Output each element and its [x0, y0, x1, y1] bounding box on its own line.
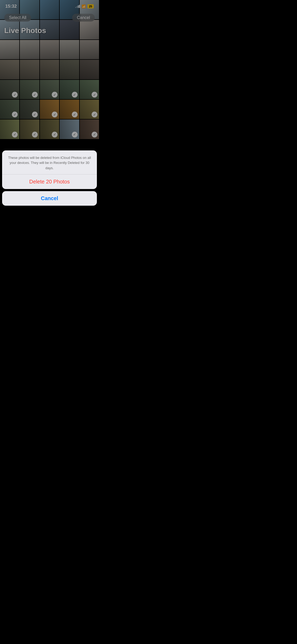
delete-photos-button[interactable]: Delete 20 Photos [2, 174, 97, 189]
action-sheet-cancel-button[interactable]: Cancel [2, 191, 97, 206]
action-sheet: These photos will be deleted from iCloud… [0, 150, 99, 215]
action-sheet-main: These photos will be deleted from iCloud… [2, 150, 97, 189]
photos-container: ✓✓✓✓✓✓✓✓✓✓✓✓✓✓✓ 15:32 📶 25 Select All Ca… [0, 0, 99, 215]
action-sheet-cancel-container: Cancel [2, 191, 97, 206]
action-sheet-message: These photos will be deleted from iCloud… [2, 150, 97, 175]
home-indicator [32, 211, 67, 213]
